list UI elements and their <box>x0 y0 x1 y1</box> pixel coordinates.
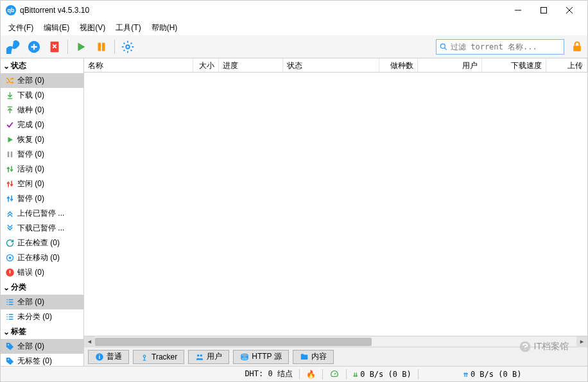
up-icon <box>4 105 15 116</box>
lock-icon[interactable] <box>571 40 584 53</box>
column-status[interactable]: 状态 <box>283 58 379 72</box>
sidebar-item-label: 恢复 (0) <box>17 134 44 145</box>
svg-point-8 <box>126 45 130 49</box>
sidebar-category-item[interactable]: 全部 (0) <box>1 295 83 309</box>
svg-rect-6 <box>98 42 101 51</box>
updown-icon <box>4 179 15 189</box>
sidebar-status-item[interactable]: 活动 (0) <box>1 162 83 177</box>
sidebar-tag-item[interactable]: 全部 (0) <box>1 339 83 354</box>
sidebar-status-item[interactable]: 做种 (0) <box>1 103 83 117</box>
tab-http[interactable]: HTTP 源 <box>233 350 288 364</box>
pause-icon <box>4 150 15 160</box>
sidebar-item-label: 正在检查 (0) <box>17 238 60 248</box>
svg-point-18 <box>8 359 9 360</box>
info-icon: i <box>95 352 104 361</box>
sidebar-item-label: 上传已暂停 ... <box>17 208 64 219</box>
add-torrent-button[interactable] <box>25 38 43 56</box>
column-progress[interactable]: 进度 <box>219 58 283 72</box>
sidebar-status-item[interactable]: 上传已暂停 ... <box>1 206 83 221</box>
scroll-right-icon[interactable]: ► <box>576 336 587 347</box>
column-peers[interactable]: 用户 <box>418 58 482 72</box>
sidebar-tag-header[interactable]: ⌄标签 <box>1 324 83 339</box>
minimize-button[interactable] <box>505 1 531 19</box>
sidebar-item-label: 错误 (0) <box>17 267 44 278</box>
sidebar-tag-item[interactable]: 无标签 (0) <box>1 354 83 366</box>
menu-view[interactable]: 视图(V) <box>74 21 110 35</box>
scroll-left-icon[interactable]: ◄ <box>84 336 95 347</box>
menubar: 文件(F) 编辑(E) 视图(V) 工具(T) 帮助(H) <box>1 20 587 35</box>
svg-point-22 <box>197 354 200 356</box>
sidebar-status-item[interactable]: 正在检查 (0) <box>1 236 83 250</box>
play-icon <box>4 135 15 145</box>
tab-peers[interactable]: 用户 <box>188 350 229 364</box>
sidebar-item-label: 完成 (0) <box>17 119 44 130</box>
sidebar-status-item[interactable]: 正在移动 (0) <box>1 250 83 265</box>
tag-icon <box>4 342 15 352</box>
add-link-button[interactable] <box>4 38 22 56</box>
sidebar-status-item[interactable]: 下载已暂停 ... <box>1 221 83 236</box>
titlebar: qb qBittorrent v4.5.3.10 <box>1 1 587 20</box>
close-button[interactable] <box>557 1 582 19</box>
filter-search[interactable] <box>436 39 564 55</box>
tab-general[interactable]: i普通 <box>88 350 129 364</box>
torrent-list[interactable] <box>84 73 587 336</box>
tag-icon <box>4 356 15 367</box>
table-header: 名称 大小 进度 状态 做种数 用户 下载速度 上传 <box>84 58 587 73</box>
pause-button[interactable] <box>92 38 110 56</box>
column-dlspeed[interactable]: 下载速度 <box>482 58 546 72</box>
sidebar-status-item[interactable]: 恢复 (0) <box>1 132 83 147</box>
menu-help[interactable]: 帮助(H) <box>146 21 183 35</box>
maximize-button[interactable] <box>531 1 557 19</box>
svg-point-17 <box>8 344 9 345</box>
sidebar-item-label: 下载 (0) <box>17 90 44 101</box>
status-dht[interactable]: DHT: 0 结点 <box>245 369 293 379</box>
detail-tabs: i普通 Tracker 用户 HTTP 源 内容 <box>84 347 587 366</box>
peers-icon <box>195 352 204 361</box>
menu-file[interactable]: 文件(F) <box>3 21 39 35</box>
list-icon <box>4 312 15 322</box>
menu-tools[interactable]: 工具(T) <box>110 21 146 35</box>
sidebar-status-item[interactable]: 完成 (0) <box>1 117 83 132</box>
sidebar-status-header[interactable]: ⌄状态 <box>1 58 83 73</box>
scrollbar-thumb[interactable] <box>95 338 372 346</box>
svg-rect-13 <box>10 152 12 157</box>
resume-button[interactable] <box>72 38 90 56</box>
sidebar-status-item[interactable]: 暂停 (0) <box>1 191 83 206</box>
sidebar-status-item[interactable]: 空闲 (0) <box>1 177 83 191</box>
horizontal-scrollbar[interactable]: ◄ ► <box>84 336 587 347</box>
refresh-icon <box>4 238 15 248</box>
sidebar-item-label: 全部 (0) <box>17 341 44 352</box>
tab-tracker[interactable]: Tracker <box>133 350 184 364</box>
sidebar-category-item[interactable]: 未分类 (0) <box>1 309 83 324</box>
sidebar-status-item[interactable]: 暂停 (0) <box>1 147 83 162</box>
filter-input[interactable] <box>451 42 561 51</box>
svg-point-21 <box>143 355 146 358</box>
svg-rect-7 <box>102 42 105 51</box>
sidebar-item-label: 下载已暂停 ... <box>17 223 64 234</box>
tab-content[interactable]: 内容 <box>293 350 334 364</box>
search-icon <box>439 42 448 51</box>
settings-button[interactable] <box>119 38 137 56</box>
column-upspeed[interactable]: 上传 <box>546 58 587 72</box>
column-name[interactable]: 名称 <box>84 58 193 72</box>
column-size[interactable]: 大小 <box>193 58 219 72</box>
sidebar-status-item[interactable]: 全部 (0) <box>1 73 83 88</box>
menu-edit[interactable]: 编辑(E) <box>39 21 74 35</box>
svg-point-9 <box>440 44 445 48</box>
sidebar-category-header[interactable]: ⌄分类 <box>1 280 83 295</box>
chevron-down-icon: ⌄ <box>3 62 10 71</box>
sidebar-item-label: 空闲 (0) <box>17 178 44 189</box>
target-icon <box>4 253 15 263</box>
tracker-icon <box>140 352 149 361</box>
delete-button[interactable] <box>46 38 64 56</box>
toolbar-separator <box>67 40 68 54</box>
sidebar-item-label: 无标签 (0) <box>17 356 52 366</box>
status-upload[interactable]: ⇈0 B/s (0 B) <box>463 370 522 379</box>
status-download[interactable]: ⇊0 B/s (0 B) <box>353 370 411 379</box>
sidebar-item-label: 暂停 (0) <box>17 193 44 204</box>
column-seeds[interactable]: 做种数 <box>379 58 418 72</box>
status-alt-speed[interactable] <box>329 369 340 379</box>
status-firewall[interactable]: 🔥 <box>306 370 316 379</box>
sidebar-status-item[interactable]: 下载 (0) <box>1 88 83 103</box>
sidebar-status-item[interactable]: 错误 (0) <box>1 265 83 280</box>
